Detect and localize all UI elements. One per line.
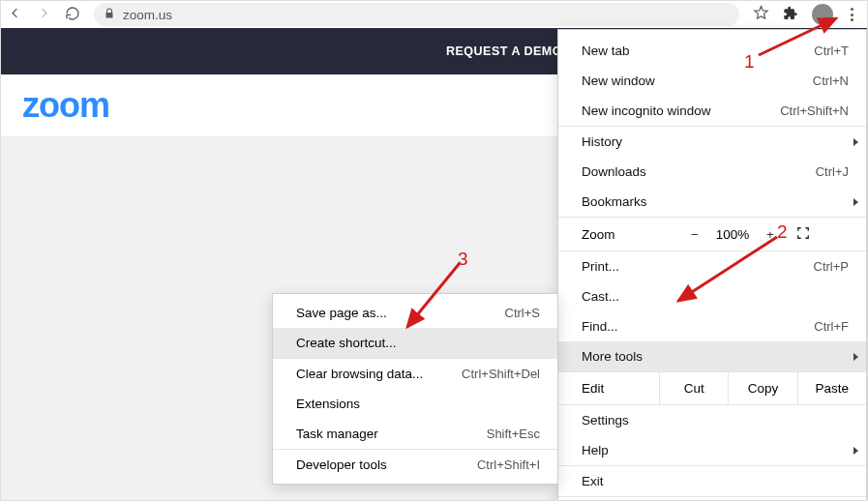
menu-find[interactable]: Find... Ctrl+F <box>558 311 866 341</box>
submenu-extensions[interactable]: Extensions <box>273 389 557 419</box>
menu-new-incognito[interactable]: New incognito window Ctrl+Shift+N <box>558 96 866 126</box>
back-button[interactable] <box>7 6 22 23</box>
browser-toolbar: zoom.us <box>1 1 867 28</box>
submenu-task-manager[interactable]: Task manager Shift+Esc <box>273 419 557 449</box>
annotation-label-3: 3 <box>458 249 468 270</box>
chevron-right-icon <box>853 138 858 146</box>
menu-edit: Edit Cut Copy Paste <box>558 371 866 404</box>
chevron-right-icon <box>853 198 858 206</box>
menu-more-tools[interactable]: More tools <box>558 341 866 371</box>
zoom-logo: zoom <box>22 85 109 126</box>
zoom-out-button[interactable]: − <box>678 227 711 242</box>
annotation-label-2: 2 <box>777 221 788 243</box>
url-text: zoom.us <box>123 8 172 22</box>
menu-downloads[interactable]: Downloads Ctrl+J <box>558 157 866 187</box>
reload-button[interactable] <box>65 6 80 24</box>
menu-managed[interactable]: Managed by your organization <box>558 497 866 501</box>
demo-cta[interactable]: REQUEST A DEMO <box>446 44 562 58</box>
submenu-create-shortcut[interactable]: Create shortcut... <box>273 328 557 358</box>
menu-new-tab[interactable]: New tab Ctrl+T <box>558 36 866 66</box>
kebab-menu-button[interactable] <box>847 4 857 25</box>
forward-button[interactable] <box>36 6 51 23</box>
chrome-main-menu: New tab Ctrl+T New window Ctrl+N New inc… <box>557 29 867 501</box>
menu-zoom: Zoom − 100% + <box>558 218 866 250</box>
zoom-value: 100% <box>711 227 754 242</box>
submenu-dev-tools[interactable]: Developer tools Ctrl+Shift+I <box>273 450 557 480</box>
edit-copy-button[interactable]: Copy <box>728 371 796 404</box>
more-tools-submenu: Save page as... Ctrl+S Create shortcut..… <box>272 293 558 485</box>
address-bar[interactable]: zoom.us <box>94 3 739 26</box>
menu-history[interactable]: History <box>558 127 866 157</box>
submenu-save-page[interactable]: Save page as... Ctrl+S <box>273 298 557 328</box>
edit-paste-button[interactable]: Paste <box>797 371 866 404</box>
menu-help[interactable]: Help <box>558 435 866 465</box>
star-icon[interactable] <box>753 5 769 24</box>
menu-cast[interactable]: Cast... <box>558 281 866 311</box>
extensions-icon[interactable] <box>783 6 798 24</box>
menu-print[interactable]: Print... Ctrl+P <box>558 251 866 281</box>
menu-bookmarks[interactable]: Bookmarks <box>558 187 866 217</box>
profile-avatar[interactable] <box>812 4 833 25</box>
chevron-right-icon <box>853 353 858 361</box>
edit-cut-button[interactable]: Cut <box>659 371 728 404</box>
annotation-label-1: 1 <box>744 51 755 73</box>
menu-exit[interactable]: Exit <box>558 466 866 496</box>
lock-icon <box>104 8 115 22</box>
menu-settings[interactable]: Settings <box>558 405 866 435</box>
fullscreen-icon[interactable] <box>787 226 820 243</box>
submenu-clear-data[interactable]: Clear browsing data... Ctrl+Shift+Del <box>273 359 557 389</box>
menu-new-window[interactable]: New window Ctrl+N <box>558 66 866 96</box>
chevron-right-icon <box>853 447 858 455</box>
